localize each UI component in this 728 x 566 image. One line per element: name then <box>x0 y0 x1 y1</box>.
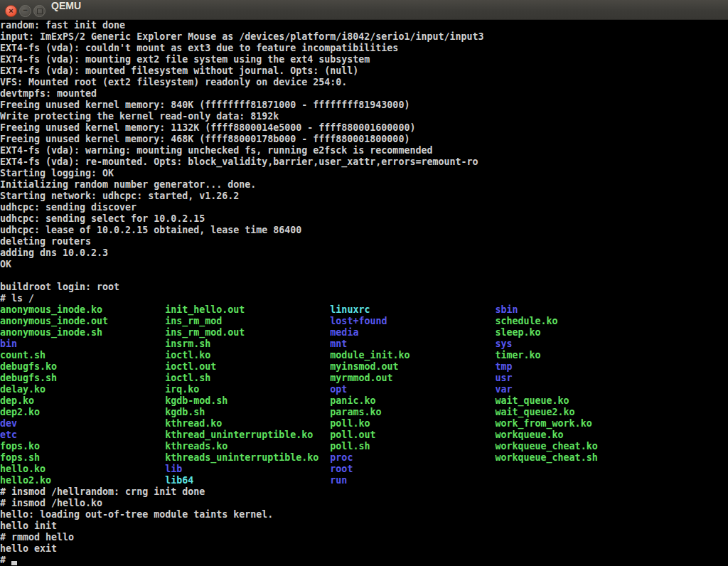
console-line: EXT4-fs (vda): re-mounted. Opts: block_v… <box>0 156 728 168</box>
console-text: EXT4-fs (vda): couldn't mount as ext3 du… <box>0 43 398 54</box>
console-line: anonymous_inode.shins_rm_mod.outmediasle… <box>0 327 728 338</box>
file-entry: kgdb-mod.sh <box>165 395 228 407</box>
console-text: EXT4-fs (vda): mounted filesystem withou… <box>0 65 358 77</box>
console-line: EXT4-fs (vda): couldn't mount as ext3 du… <box>0 43 728 54</box>
file-entry: fops.ko <box>0 441 40 452</box>
console-text: devtmpfs: mounted <box>0 88 97 100</box>
file-entry: delay.ko <box>0 384 46 395</box>
console-line: Starting logging: OK <box>0 168 728 179</box>
console-text: input: ImExPS/2 Generic Explorer Mouse a… <box>0 31 483 43</box>
file-entry: schedule.ko <box>496 316 558 327</box>
console-text: # insmod /hellrandom: crng init done <box>0 486 205 498</box>
console-text: udhcpc: sending discover <box>0 202 136 213</box>
file-entry: myinsmod.out <box>330 361 398 373</box>
file-entry: anonymous_inode.sh <box>0 327 102 338</box>
console-line: udhcpc: lease of 10.0.2.15 obtained, lea… <box>0 225 728 236</box>
file-entry: proc <box>330 452 353 464</box>
file-entry: kthreads.ko <box>165 441 228 452</box>
file-entry: var <box>496 384 513 395</box>
file-entry: usr <box>496 373 513 384</box>
console-text: # insmod /hello.ko <box>0 498 102 509</box>
console-line: bininsrm.shmntsys <box>0 338 728 350</box>
console-line: debugfs.shioctl.shmyrmmod.outusr <box>0 373 728 384</box>
file-entry: init_hello.out <box>165 304 245 316</box>
window-title: QEMU <box>51 0 81 20</box>
file-entry: lib <box>165 464 182 475</box>
console-text: # rmmod hello <box>0 532 74 543</box>
titlebar[interactable]: × − QEMU <box>0 0 728 20</box>
file-entry: bin <box>0 338 17 350</box>
console-line: devkthread.kopoll.kowork_from_work.ko <box>0 418 728 429</box>
console-line: EXT4-fs (vda): mounted filesystem withou… <box>0 65 728 77</box>
console-text: Starting logging: OK <box>0 168 114 179</box>
file-entry: module_init.ko <box>330 350 410 361</box>
file-entry: insrm.sh <box>165 338 210 350</box>
console-text: OK <box>0 259 11 270</box>
console-text: # ls / <box>0 293 34 304</box>
console-line: fops.shkthreads_uninterruptible.koprocwo… <box>0 452 728 464</box>
console-line: Starting network: udhcpc: started, v1.26… <box>0 191 728 202</box>
console-line: Initializing random number generator... … <box>0 179 728 191</box>
console-line: EXT4-fs (vda): warning: mounting uncheck… <box>0 145 728 156</box>
console-line: # ls / <box>0 293 728 304</box>
console-line: Freeing unused kernel memory: 840K (ffff… <box>0 100 728 111</box>
file-entry: kthreads_uninterruptible.ko <box>165 452 318 464</box>
console-line: adding dns 10.0.2.3 <box>0 247 728 259</box>
file-entry: opt <box>330 384 347 395</box>
file-entry: kthread_uninterruptible.ko <box>165 429 313 441</box>
console-text: adding dns 10.0.2.3 <box>0 247 108 259</box>
minimize-icon: − <box>23 6 27 14</box>
console-line: deleting routers <box>0 236 728 247</box>
console-line: udhcpc: sending discover <box>0 202 728 213</box>
maximize-icon <box>37 9 43 14</box>
console-text: Freeing unused kernel memory: 840K (ffff… <box>0 100 410 111</box>
file-entry: ins_rm_mod <box>165 316 222 327</box>
console-line: # insmod /hellrandom: crng init done <box>0 486 728 498</box>
console-text: udhcpc: lease of 10.0.2.15 obtained, lea… <box>0 225 301 236</box>
console-line: delay.koirq.kooptvar <box>0 384 728 395</box>
console-line: # rmmod hello <box>0 532 728 543</box>
maximize-button[interactable] <box>33 5 46 17</box>
console-line: VFS: Mounted root (ext2 filesystem) read… <box>0 77 728 88</box>
file-entry: myrmmod.out <box>330 373 392 384</box>
console-line: hello.kolibroot <box>0 464 728 475</box>
console-line: hello init <box>0 520 728 532</box>
file-entry: mnt <box>330 338 347 350</box>
file-entry: workqueue_cheat.ko <box>496 441 598 452</box>
console-line: # <box>0 555 728 566</box>
console-line: count.shioctl.komodule_init.kotimer.ko <box>0 350 728 361</box>
console-line: # insmod /hello.ko <box>0 498 728 509</box>
file-entry: dep.ko <box>0 395 34 407</box>
file-entry: etc <box>0 429 17 441</box>
console-line: buildroot login: root <box>0 282 728 293</box>
console-line: Freeing unused kernel memory: 468K (ffff… <box>0 134 728 145</box>
file-entry: sleep.ko <box>496 327 541 338</box>
console-line: input: ImExPS/2 Generic Explorer Mouse a… <box>0 31 728 43</box>
file-entry: sys <box>496 338 513 350</box>
console-text: EXT4-fs (vda): re-mounted. Opts: block_v… <box>0 156 478 168</box>
file-entry: wait_queue.ko <box>496 395 569 407</box>
file-entry: ins_rm_mod.out <box>165 327 245 338</box>
close-button[interactable]: × <box>5 5 17 17</box>
console-text: Initializing random number generator... … <box>0 179 256 191</box>
terminal-cursor <box>11 561 17 565</box>
minimize-button[interactable]: − <box>19 5 31 17</box>
console-line: hello exit <box>0 543 728 555</box>
console-line: udhcpc: sending select for 10.0.2.15 <box>0 213 728 225</box>
terminal-screen[interactable]: random: fast init doneinput: ImExPS/2 Ge… <box>0 20 728 566</box>
file-entry: sbin <box>496 304 518 316</box>
console-line: Write protecting the kernel read-only da… <box>0 111 728 122</box>
file-entry: anonymous_inode.out <box>0 316 108 327</box>
close-icon: × <box>9 7 13 15</box>
console-text: hello exit <box>0 543 57 555</box>
file-entry: poll.sh <box>330 441 370 452</box>
file-entry: dev <box>0 418 17 429</box>
console-line: fops.kokthreads.kopoll.shworkqueue_cheat… <box>0 441 728 452</box>
console-line: hello: loading out-of-tree module taints… <box>0 509 728 520</box>
file-entry: anonymous_inode.ko <box>0 304 102 316</box>
file-entry: run <box>330 475 347 486</box>
console-text: udhcpc: sending select for 10.0.2.15 <box>0 213 205 225</box>
file-entry: irq.ko <box>165 384 199 395</box>
file-entry: workqueue.ko <box>496 429 564 441</box>
file-entry: panic.ko <box>330 395 375 407</box>
